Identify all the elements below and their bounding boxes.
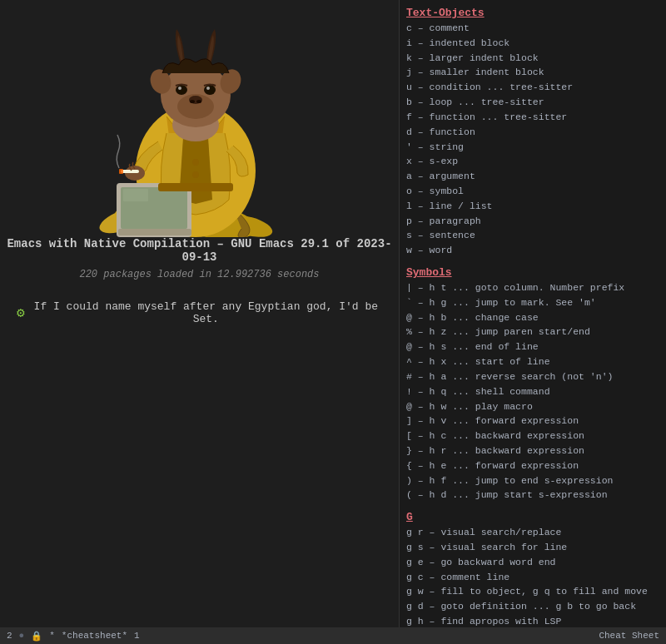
section-symbols-title: Symbols [406,266,659,279]
list-item: g r – visual search/replace [406,525,659,540]
list-item: ) – h f ... jump to end s-expression [406,473,659,488]
svg-point-9 [190,100,195,103]
status-num2: 1 [134,631,140,641]
svg-point-12 [204,85,216,95]
svg-point-13 [178,87,181,90]
svg-rect-25 [158,183,233,191]
svg-point-10 [196,100,201,103]
list-item: g s – visual search for line [406,540,659,555]
list-item: g w – fill to object, g q to fill and mo… [406,584,659,599]
list-item: ] – h v ... forward expression [406,414,659,429]
status-num: 2 [7,631,12,641]
list-item: # – h a ... reverse search (not 'n') [406,369,659,384]
list-item: b – loop ... tree-sitter [406,95,659,110]
packages-loaded: 220 packages loaded in 12.992736 seconds [79,269,319,280]
status-filename: *cheatsheet* [62,631,127,641]
list-item: g c – comment line [406,570,659,585]
list-item: ( – h d ... jump start s-expression [406,488,659,503]
section-text-objects-title: Text-Objects [406,7,659,19]
status-modified-flag: * [49,631,55,641]
status-lock-icon: 🔒 [31,631,42,642]
svg-point-27 [192,171,199,178]
status-right: Cheat Sheet [599,631,659,641]
list-item: } – h r ... backward expression [406,443,659,458]
symbols-list: | – h t ... goto column. Number prefix `… [406,280,659,503]
list-item: @ – h s ... end of line [406,339,659,354]
list-item: ' – string [406,140,659,155]
svg-rect-18 [121,170,139,173]
svg-point-14 [206,87,210,90]
list-item: g e – go backward word end [406,555,659,570]
list-item: w – word [406,243,659,258]
gnu-mascot-svg [67,17,333,237]
list-item: @ – h b ... change case [406,310,659,325]
list-item: p – paragraph [406,214,659,229]
list-item: i – indented block [406,36,659,51]
svg-rect-22 [123,189,148,201]
right-panel[interactable]: Text-Objects c – comment i – indented bl… [400,0,666,627]
list-item: l – line / list [406,199,659,214]
list-item: ^ – h x ... start of line [406,354,659,369]
left-panel: Emacs with Native Compilation – GNU Emac… [0,0,400,644]
section-g-title: G [406,511,659,523]
svg-point-26 [192,159,199,166]
list-item: ! – h q ... shell command [406,384,659,399]
svg-rect-24 [118,229,191,235]
status-dot: ● [19,631,25,641]
list-item: f – function ... tree-sitter [406,110,659,125]
status-bar: 2 ● 🔒 * *cheatsheet* 1 Cheat Sheet [0,627,666,644]
list-item: g h – find apropos with LSP [406,614,659,627]
list-item: o – symbol [406,184,659,199]
list-item: [ – h c ... backward expression [406,429,659,443]
quote-line: ⚙ If I could name myself after any Egypt… [0,300,399,325]
list-item: c – comment [406,21,659,36]
list-item: { – h e ... forward expression [406,458,659,473]
text-objects-list: c – comment i – indented block k – large… [406,21,659,258]
quote-text: If I could name myself after any Egyptia… [30,300,382,325]
list-item: u – condition ... tree-sitter [406,80,659,95]
list-item: ` – h g ... jump to mark. See 'm' [406,295,659,310]
list-item: s – sentence [406,228,659,243]
list-item: | – h t ... goto column. Number prefix [406,280,659,295]
list-item: % – h z ... jump paren start/end [406,324,659,339]
emacs-title: Emacs with Native Compilation – GNU Emac… [0,237,399,264]
list-item: j – smaller indent block [406,65,659,80]
list-item: a – argument [406,169,659,184]
list-item: d – function [406,125,659,140]
quote-icon: ⚙ [17,305,25,321]
svg-point-11 [176,85,187,95]
g-commands-list: g r – visual search/replace g s – visual… [406,525,659,627]
gnu-mascot-container [58,17,341,237]
list-item: g d – goto definition ... g b to go back [406,599,659,614]
svg-rect-19 [119,169,123,174]
list-item: k – larger indent block [406,51,659,66]
list-item: x – s-exp [406,154,659,169]
list-item: @ – h w ... play macro [406,399,659,414]
